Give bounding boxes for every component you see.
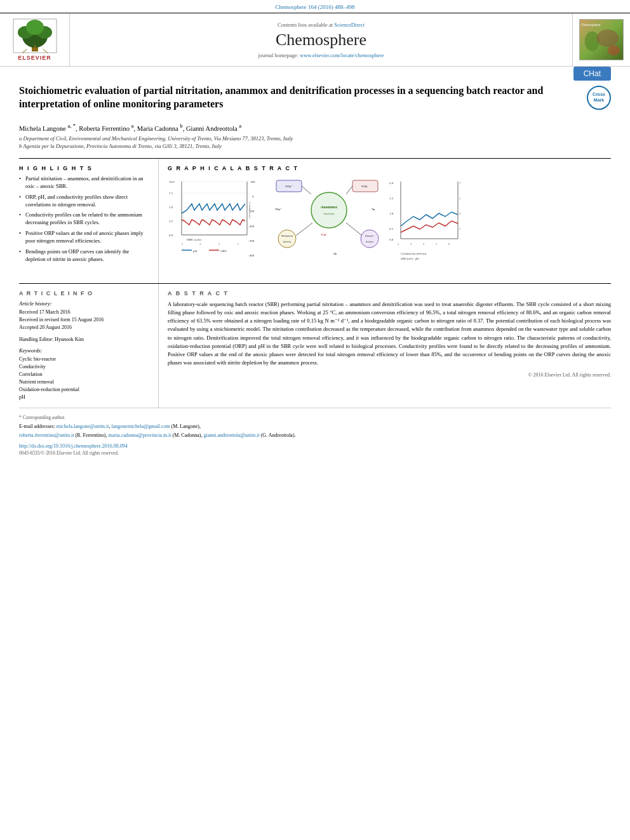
secondary-chart: 2.0 1.5 1.0 0.5 0.0 1 3 5 7 9 7 <box>388 175 471 264</box>
list-item: Partial nitritation – anammox, and denit… <box>19 175 151 190</box>
graphical-abstract-column: G R A P H I C A L A B S T R A C T 10.0 7… <box>159 159 611 283</box>
svg-text:10.0: 10.0 <box>169 180 175 183</box>
svg-text:5: 5 <box>423 243 424 246</box>
svg-text:fication: fication <box>366 240 373 243</box>
svg-text:7: 7 <box>238 243 239 246</box>
svg-text:Anammox: Anammox <box>321 205 338 209</box>
article-info-abstract-section: A R T I C L E I N F O Article history: R… <box>19 283 611 408</box>
article-info-label: A R T I C L E I N F O <box>19 290 151 297</box>
svg-text:Conductivity: Conductivity <box>248 202 251 219</box>
svg-text:Mark: Mark <box>594 98 604 102</box>
highlights-column: H I G H L I G H T S Partial nitritation … <box>19 159 159 283</box>
svg-text:NO₂⁻: NO₂⁻ <box>361 185 369 188</box>
svg-point-46 <box>311 192 347 228</box>
article-title: Stoichiometric evaluation of partial nit… <box>19 84 580 111</box>
citation-text: Chemosphere 164 (2016) 488–498 <box>275 4 354 10</box>
chat-button-area: CHat <box>573 67 611 81</box>
email-link-2[interactable]: langonemichela@gmail.com <box>112 423 170 429</box>
svg-text:2.0: 2.0 <box>389 182 394 185</box>
list-item: Correlation <box>19 371 151 378</box>
svg-text:bacteria: bacteria <box>283 240 292 243</box>
abstract-text: A laboratory-scale sequencing batch reac… <box>168 300 611 367</box>
elsevier-tree-icon <box>13 18 57 53</box>
elsevier-label: ELSEVIER <box>18 55 51 61</box>
svg-text:3: 3 <box>410 243 412 246</box>
journal-info-center: Contents lists available at ScienceDirec… <box>70 13 573 66</box>
highlights-graphical-section: H I G H L I G H T S Partial nitritation … <box>19 158 611 283</box>
svg-point-53 <box>278 230 296 248</box>
svg-text:0.0: 0.0 <box>169 234 173 237</box>
svg-text:Nitritation: Nitritation <box>281 234 293 237</box>
email-link-1[interactable]: michela.langone@unitn.it <box>57 423 109 429</box>
process-diagram: Anammox bacteria NH₄⁺ NO₂⁻ Nitritation b… <box>273 175 384 264</box>
list-item: Positive ORP values at the end of anoxic… <box>19 230 151 245</box>
svg-text:1: 1 <box>182 243 183 246</box>
issn-line: 0045-6535/© 2016 Elsevier Ltd. All right… <box>19 450 611 456</box>
svg-text:3: 3 <box>459 212 460 215</box>
svg-text:NO₃⁻: NO₃⁻ <box>321 233 328 236</box>
list-item: Bendings points on ORP curves can identi… <box>19 248 151 263</box>
history-label: Article history: <box>19 300 151 307</box>
sciencedirect-link[interactable]: ScienceDirect <box>334 22 365 28</box>
authors-line: Michela Langone a, *, Roberta Ferrentino… <box>19 123 611 132</box>
svg-text:N₂: N₂ <box>333 252 337 255</box>
affiliations: a Department of Civil, Environmental and… <box>19 135 611 150</box>
homepage-line: journal homepage: www.elsevier.com/locat… <box>258 52 384 58</box>
list-item: Conductivity <box>19 363 151 371</box>
svg-point-11 <box>608 46 620 56</box>
svg-text:-200: -200 <box>248 225 255 228</box>
affiliation-b: b Agenzia per la Depurazione, Provincia … <box>19 143 611 150</box>
article-content: Stoichiometric evaluation of partial nit… <box>0 67 630 408</box>
svg-text:0.0: 0.0 <box>389 238 394 241</box>
svg-text:7.5: 7.5 <box>169 192 173 195</box>
email-link-5[interactable]: gianni.andreottola@unitn.it <box>203 432 259 438</box>
email-link-3[interactable]: roberta.ferrentino@unitn.it <box>19 432 74 438</box>
journal-cover-area: Chemosphere <box>573 13 630 66</box>
svg-text:pH: pH <box>193 250 198 253</box>
email-label: E-mail addresses: <box>19 423 55 429</box>
keywords-list: Cyclic bio-reactor Conductivity Correlat… <box>19 356 151 401</box>
svg-text:Denitri-: Denitri- <box>365 234 375 237</box>
svg-point-4 <box>26 20 44 35</box>
title-area: Stoichiometric evaluation of partial nit… <box>19 84 611 117</box>
contents-line: Contents lists available at ScienceDirec… <box>278 22 365 28</box>
revised-date: Received in revised form 15 August 2016 <box>19 316 151 324</box>
svg-rect-15 <box>168 175 269 264</box>
list-item: Nutrient removal <box>19 378 151 386</box>
abstract-label: A B S T R A C T <box>168 290 611 297</box>
svg-text:2.5: 2.5 <box>169 220 173 223</box>
email-addresses-line-2: roberta.ferrentino@unitn.it (R. Ferrenti… <box>19 432 611 439</box>
svg-text:NH₄⁺: NH₄⁺ <box>285 185 293 188</box>
sbr-chart: 10.0 7.5 5.0 2.5 0.0 100 0 -100 -200 -30… <box>168 175 269 264</box>
page: Chemosphere 164 (2016) 488–498 <box>0 0 630 840</box>
svg-text:-400: -400 <box>248 254 255 257</box>
journal-header: ELSEVIER Contents lists available at Sci… <box>0 13 630 67</box>
homepage-link[interactable]: www.elsevier.com/locate/chemosphere <box>300 52 384 58</box>
graphical-abstract-label: G R A P H I C A L A B S T R A C T <box>168 165 611 171</box>
list-item: Cyclic bio-reactor <box>19 356 151 363</box>
crossmark-area: Cross Mark <box>587 86 611 111</box>
svg-text:1.0: 1.0 <box>389 212 394 215</box>
crossmark-icon: Cross Mark <box>587 86 611 110</box>
email-link-4[interactable]: maria.cadonna@provincia.tn.it <box>108 432 171 438</box>
doi-link[interactable]: http://dx.doi.org/10.1016/j.chemosphere.… <box>19 443 611 449</box>
svg-text:7: 7 <box>459 182 460 185</box>
abstract-column: A B S T R A C T A laboratory-scale seque… <box>159 284 611 408</box>
footer: * Corresponding author. E-mail addresses… <box>19 408 611 461</box>
svg-text:Conductivity (mS/cm): Conductivity (mS/cm) <box>401 252 427 255</box>
article-info-column: A R T I C L E I N F O Article history: R… <box>19 284 159 408</box>
svg-text:ORP: ORP <box>220 250 227 253</box>
svg-text:5: 5 <box>459 197 460 200</box>
list-item: Conductivity profiles can be related to … <box>19 211 151 227</box>
copyright-line: © 2016 Elsevier Ltd. All rights reserved… <box>168 372 611 378</box>
chat-button[interactable]: CHat <box>573 67 611 81</box>
graphical-abstract-content: 10.0 7.5 5.0 2.5 0.0 100 0 -100 -200 -30… <box>168 175 611 277</box>
svg-text:-300: -300 <box>248 239 255 243</box>
corresponding-note: * Corresponding author. <box>19 415 611 420</box>
journal-title: Chemosphere <box>276 30 366 50</box>
svg-text:7: 7 <box>436 243 437 246</box>
svg-point-10 <box>596 29 619 46</box>
svg-text:9: 9 <box>448 243 450 246</box>
received-date: Received 17 March 2016 <box>19 309 151 316</box>
cover-svg: Chemosphere <box>580 19 623 60</box>
